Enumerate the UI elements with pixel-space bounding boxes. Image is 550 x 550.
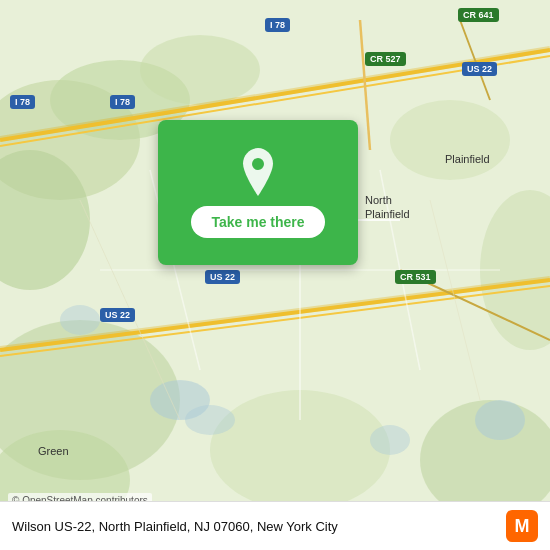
svg-point-16 — [252, 158, 264, 170]
badge-cr527: CR 527 — [365, 52, 406, 66]
svg-point-14 — [475, 400, 525, 440]
moovit-icon: M — [506, 510, 538, 542]
badge-i78-left: I 78 — [10, 95, 35, 109]
take-me-there-button[interactable]: Take me there — [191, 206, 324, 238]
badge-cr641: CR 641 — [458, 8, 499, 22]
location-card: Take me there — [158, 120, 358, 265]
badge-i78-top: I 78 — [265, 18, 290, 32]
svg-point-9 — [390, 100, 510, 180]
svg-point-13 — [370, 425, 410, 455]
address-text: Wilson US-22, North Plainfield, NJ 07060… — [12, 519, 496, 534]
badge-cr531: CR 531 — [395, 270, 436, 284]
badge-us22-mid: US 22 — [205, 270, 240, 284]
info-bar: Wilson US-22, North Plainfield, NJ 07060… — [0, 501, 550, 550]
map-container: I 78 I 78 I 78 CR 641 CR 527 US 22 US 22… — [0, 0, 550, 550]
svg-point-15 — [60, 305, 100, 335]
badge-us22-right: US 22 — [462, 62, 497, 76]
moovit-logo: M — [506, 510, 538, 542]
svg-text:M: M — [515, 516, 530, 536]
map-background — [0, 0, 550, 550]
badge-us22-left: US 22 — [100, 308, 135, 322]
svg-point-4 — [140, 35, 260, 105]
location-pin-icon — [238, 148, 278, 196]
badge-i78-mid: I 78 — [110, 95, 135, 109]
svg-point-12 — [185, 405, 235, 435]
